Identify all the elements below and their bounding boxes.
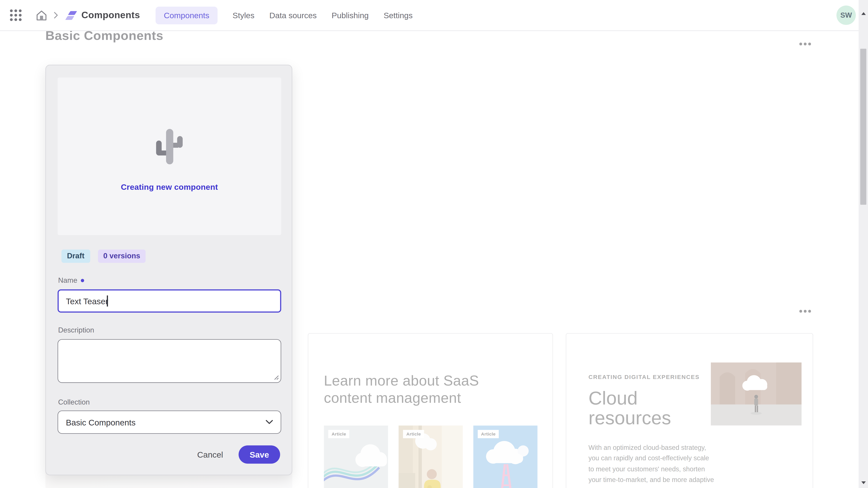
cloud-resources-card[interactable]: CREATING DIGITAL EXPERIENCES Cloud resou… xyxy=(566,333,813,488)
collection-select[interactable]: Basic Components xyxy=(58,411,281,434)
tab-styles[interactable]: Styles xyxy=(232,6,254,24)
app-screen: Basic Components Learn more about SaaS c… xyxy=(0,0,868,488)
top-nav-bar: Components Components Styles Data source… xyxy=(0,0,868,31)
main-nav: Components Styles Data sources Publishin… xyxy=(156,6,413,24)
page-scrollbar[interactable] xyxy=(859,0,868,488)
scroll-up-button[interactable] xyxy=(859,9,868,18)
stage: Basic Components Learn more about SaaS c… xyxy=(0,0,868,488)
row-menu-button[interactable] xyxy=(797,40,813,47)
cloud-card-body: With an optimized cloud-based strategy, … xyxy=(588,443,715,488)
tab-settings[interactable]: Settings xyxy=(383,6,413,24)
home-button[interactable] xyxy=(35,8,48,22)
versions-badge: 0 versions xyxy=(98,250,146,263)
cloud-card-image xyxy=(711,362,802,425)
kebab-icon xyxy=(799,42,811,45)
row-menu-button[interactable] xyxy=(797,308,813,315)
page-title: Basic Components xyxy=(45,31,163,44)
breadcrumb-chevron-icon xyxy=(54,11,58,19)
cancel-button[interactable]: Cancel xyxy=(197,450,223,459)
kebab-icon xyxy=(799,310,811,312)
article-thumb-person-yellow[interactable]: Article xyxy=(399,426,463,488)
status-badge: Draft xyxy=(61,250,90,263)
dialog-footer: Cancel Save xyxy=(58,445,280,464)
saas-component-card[interactable]: Learn more about SaaS content management… xyxy=(308,333,553,488)
description-textarea[interactable] xyxy=(58,339,281,383)
cactus-icon xyxy=(152,126,187,168)
home-icon xyxy=(35,9,48,21)
saas-card-title: Learn more about SaaS content management xyxy=(324,372,512,407)
scroll-down-button[interactable] xyxy=(859,478,868,487)
tab-publishing[interactable]: Publishing xyxy=(332,6,369,24)
collection-label-text: Collection xyxy=(58,398,90,406)
description-label-text: Description xyxy=(58,326,94,334)
name-label-text: Name xyxy=(58,276,77,285)
cloud-card-title: Cloud resources xyxy=(588,388,716,428)
description-field-wrap xyxy=(58,339,281,383)
collection-label: Collection xyxy=(58,398,90,406)
scroll-down-icon xyxy=(861,481,866,484)
name-label: Name xyxy=(58,276,84,285)
collection-field-wrap: Basic Components xyxy=(58,411,281,434)
avatar[interactable]: SW xyxy=(836,6,856,25)
article-tag-badge: Article xyxy=(403,430,424,438)
article-tag-badge: Article xyxy=(478,430,499,438)
description-label: Description xyxy=(58,326,94,334)
component-preview: Creating new component xyxy=(58,77,281,235)
page-title-clip: Basic Components xyxy=(45,31,163,44)
components-app-logo xyxy=(65,9,77,21)
name-field-wrap xyxy=(58,289,281,313)
badge-row: Draft 0 versions xyxy=(61,250,146,263)
chevron-down-icon xyxy=(266,420,273,424)
name-input[interactable] xyxy=(58,289,281,313)
article-tag-badge: Article xyxy=(328,430,349,438)
required-dot-icon xyxy=(81,279,84,282)
scrollbar-thumb[interactable] xyxy=(860,48,866,205)
article-thumb-cloud-ladder[interactable]: Article xyxy=(473,426,537,488)
tab-components[interactable]: Components xyxy=(156,6,218,24)
tab-data-sources[interactable]: Data sources xyxy=(269,6,317,24)
app-title: Components xyxy=(81,10,140,21)
apps-grid-icon[interactable] xyxy=(10,9,22,21)
save-button[interactable]: Save xyxy=(239,445,280,464)
collection-select-value: Basic Components xyxy=(66,418,266,427)
article-row: Article xyxy=(324,426,537,488)
component-editor-card: Creating new component Draft 0 versions … xyxy=(45,65,292,475)
preview-caption[interactable]: Creating new component xyxy=(58,183,281,192)
text-caret xyxy=(107,295,107,306)
article-thumb-cloud-cables[interactable]: Article xyxy=(324,426,388,488)
scroll-up-icon xyxy=(861,12,866,14)
